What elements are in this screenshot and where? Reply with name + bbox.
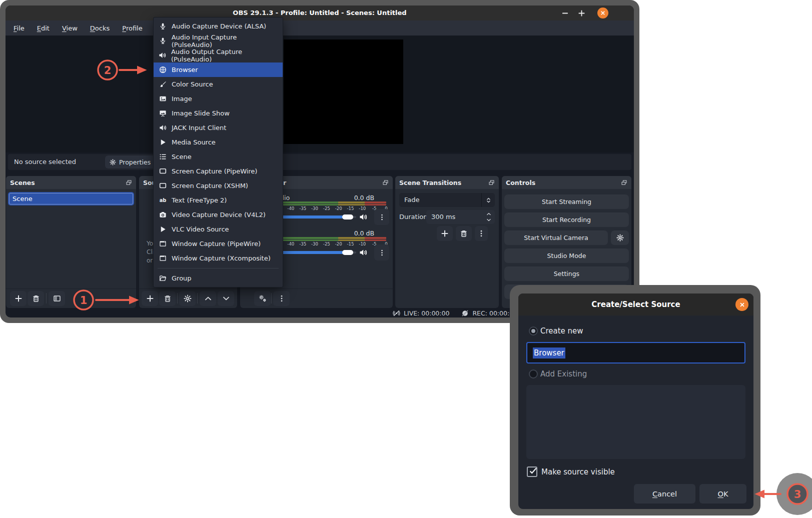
popout-icon[interactable] bbox=[488, 180, 495, 186]
spin-arrows[interactable] bbox=[486, 212, 491, 222]
source-name-input[interactable]: Browser bbox=[526, 342, 745, 364]
menu-item-group[interactable]: Group bbox=[154, 271, 283, 286]
create-new-radio[interactable] bbox=[529, 326, 538, 336]
menu-item-vlc-video-source[interactable]: VLC Video Source bbox=[154, 222, 283, 236]
scene-canvas[interactable] bbox=[284, 40, 403, 144]
menu-item-audio-input-capture-pulseaudio[interactable]: Audio Input Capture (PulseAudio) bbox=[154, 34, 283, 48]
add-transition-button[interactable] bbox=[437, 226, 453, 241]
menu-item-window-capture-xcomposite[interactable]: Window Capture (Xcomposite) bbox=[154, 251, 283, 266]
menu-item-text-freetype-2[interactable]: abText (FreeType 2) bbox=[154, 193, 283, 208]
transition-menu-button[interactable] bbox=[475, 226, 488, 241]
existing-sources-list[interactable] bbox=[526, 385, 745, 459]
channel-menu-button[interactable] bbox=[374, 209, 389, 225]
menu-item-label: Color Source bbox=[172, 80, 213, 88]
channel-menu-button[interactable] bbox=[374, 244, 389, 260]
menu-item-label: JACK Input Client bbox=[172, 124, 226, 132]
mixer-menu-button[interactable] bbox=[273, 291, 290, 306]
sources-footer bbox=[139, 288, 237, 308]
start-streaming-button[interactable]: Start Streaming bbox=[504, 194, 629, 209]
transition-select[interactable]: Fade bbox=[399, 193, 495, 207]
create-new-label: Create new bbox=[540, 326, 583, 336]
duration-spinbox[interactable]: 300 ms bbox=[426, 210, 495, 224]
chevron-up-icon bbox=[486, 212, 491, 216]
monitor-icon bbox=[159, 182, 167, 190]
menubar-item-docks[interactable]: Docks bbox=[90, 24, 110, 32]
add-scene-button[interactable] bbox=[10, 291, 27, 306]
menu-item-media-source[interactable]: Media Source bbox=[154, 135, 283, 150]
menu-item-image[interactable]: Image bbox=[154, 92, 283, 106]
close-button[interactable] bbox=[597, 8, 608, 18]
remove-source-button[interactable] bbox=[159, 291, 176, 306]
meter-tick-label: -10 bbox=[359, 242, 366, 246]
gear-icon bbox=[184, 294, 192, 302]
obs-window: OBS 29.1.3 - Profile: Untitled - Scenes:… bbox=[6, 6, 634, 318]
start-recording-button[interactable]: Start Recording bbox=[504, 212, 629, 227]
svg-text:ab: ab bbox=[160, 198, 167, 203]
play-icon bbox=[159, 138, 167, 146]
menu-item-color-source[interactable]: Color Source bbox=[154, 77, 283, 92]
move-source-down-button[interactable] bbox=[218, 291, 234, 306]
start-virtual-camera-button[interactable]: Start Virtual Camera bbox=[504, 230, 608, 245]
add-existing-radio[interactable] bbox=[529, 370, 538, 378]
gear-icon bbox=[110, 159, 116, 166]
menu-item-audio-capture-device-alsa[interactable]: Audio Capture Device (ALSA) bbox=[154, 19, 283, 34]
popout-icon[interactable] bbox=[382, 180, 389, 186]
remove-scene-button[interactable] bbox=[28, 291, 44, 306]
move-source-up-button[interactable] bbox=[200, 291, 216, 306]
remove-transition-button[interactable] bbox=[456, 226, 472, 241]
scene-list-item[interactable]: Scene bbox=[8, 192, 134, 206]
settings-button[interactable]: Settings bbox=[504, 266, 629, 281]
make-source-visible-label: Make source visible bbox=[541, 468, 615, 476]
source-toolbar: No source selected Properties bbox=[8, 154, 631, 170]
virtual-camera-config-button[interactable] bbox=[611, 230, 629, 245]
properties-button[interactable]: Properties bbox=[105, 156, 157, 168]
dialog-close-button[interactable] bbox=[735, 298, 748, 311]
speaker-icon[interactable] bbox=[359, 213, 367, 221]
menu-item-label: Screen Capture (PipeWire) bbox=[172, 168, 257, 175]
cancel-button[interactable]: Cancel bbox=[634, 484, 695, 504]
menubar-item-profile[interactable]: Profile bbox=[122, 24, 142, 32]
menu-item-window-capture-pipewire[interactable]: Window Capture (PipeWire) bbox=[154, 236, 283, 251]
annotation-step-3: 3 bbox=[757, 473, 812, 515]
preview-area[interactable] bbox=[6, 36, 634, 152]
menu-item-browser[interactable]: Browser bbox=[154, 62, 283, 77]
slider-handle[interactable] bbox=[342, 214, 353, 220]
meter-tick-label: -25 bbox=[323, 206, 330, 211]
menubar: FileEditViewDocksProfileScene Collection bbox=[6, 20, 634, 36]
menu-item-audio-output-capture-pulseaudio[interactable]: Audio Output Capture (PulseAudio) bbox=[154, 48, 283, 62]
slider-handle[interactable] bbox=[342, 250, 353, 255]
menubar-item-file[interactable]: File bbox=[14, 24, 25, 32]
menu-item-screen-capture-xshm[interactable]: Screen Capture (XSHM) bbox=[154, 178, 283, 193]
menu-item-video-capture-device-v4l2[interactable]: Video Capture Device (V4L2) bbox=[154, 208, 283, 222]
menu-item-image-slide-show[interactable]: Image Slide Show bbox=[154, 106, 283, 120]
menu-item-jack-input-client[interactable]: JACK Input Client bbox=[154, 120, 283, 135]
menu-item-scene[interactable]: Scene bbox=[154, 150, 283, 164]
minimize-button[interactable] bbox=[558, 6, 571, 20]
maximize-button[interactable] bbox=[575, 6, 588, 20]
scene-grid-mode-button[interactable] bbox=[49, 291, 65, 306]
duration-label: Duration bbox=[399, 210, 427, 224]
svg-text:3: 3 bbox=[794, 488, 801, 500]
titlebar[interactable]: OBS 29.1.3 - Profile: Untitled - Scenes:… bbox=[6, 6, 634, 20]
popout-icon[interactable] bbox=[126, 180, 132, 186]
make-source-visible-checkbox[interactable] bbox=[527, 466, 537, 477]
menu-item-label: Window Capture (PipeWire) bbox=[172, 240, 261, 248]
mic-icon bbox=[159, 22, 167, 30]
studio-mode-button[interactable]: Studio Mode bbox=[504, 248, 629, 263]
popout-icon[interactable] bbox=[621, 180, 627, 186]
trash-icon bbox=[164, 294, 172, 302]
ok-button[interactable]: OK bbox=[699, 484, 746, 504]
menubar-item-edit[interactable]: Edit bbox=[37, 24, 50, 32]
obs-window-frame: OBS 29.1.3 - Profile: Untitled - Scenes:… bbox=[0, 0, 639, 323]
source-properties-button[interactable] bbox=[179, 291, 196, 306]
kebab-menu-icon bbox=[278, 294, 286, 302]
statusbar: LIVE: 00:00:00 REC: 00:00:00 bbox=[393, 308, 517, 318]
menu-item-screen-capture-pipewire[interactable]: Screen Capture (PipeWire) bbox=[154, 164, 283, 178]
advanced-audio-button[interactable] bbox=[254, 291, 271, 306]
dialog-titlebar[interactable]: Create/Select Source bbox=[518, 294, 753, 316]
menubar-item-view[interactable]: View bbox=[62, 24, 78, 32]
speaker-icon[interactable] bbox=[359, 248, 367, 256]
add-source-button[interactable] bbox=[142, 291, 158, 306]
list-icon bbox=[159, 153, 167, 160]
select-spinner[interactable] bbox=[481, 193, 495, 207]
